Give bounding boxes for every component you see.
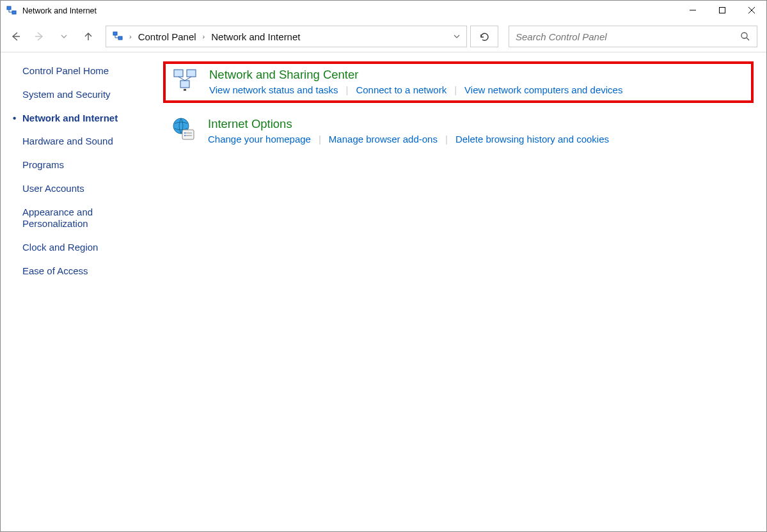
sidebar-item-network-internet[interactable]: Network and Internet (22, 113, 144, 125)
back-button[interactable] (10, 31, 21, 42)
main-area: Control Panel Home System and Security N… (1, 52, 766, 531)
maximize-button[interactable] (708, 1, 737, 20)
internet-options-icon (171, 117, 196, 143)
svg-rect-8 (113, 32, 117, 35)
svg-line-15 (178, 77, 185, 81)
network-sharing-icon (172, 68, 198, 93)
panel-links: Change your homepage | Manage browser ad… (208, 134, 609, 145)
separator: | (319, 134, 321, 145)
window-title: Network and Internet (22, 6, 97, 15)
network-icon (6, 5, 17, 17)
content-area: Network and Sharing Center View network … (155, 52, 766, 531)
search-input[interactable] (516, 31, 740, 42)
link-connect-network[interactable]: Connect to a network (356, 84, 447, 95)
refresh-button[interactable] (470, 26, 498, 47)
title-bar: Network and Internet (1, 1, 766, 21)
sidebar-item-system-security[interactable]: System and Security (22, 89, 144, 101)
svg-rect-3 (720, 8, 725, 13)
sidebar-item-hardware-sound[interactable]: Hardware and Sound (22, 136, 144, 148)
svg-point-22 (184, 132, 186, 134)
nav-buttons (10, 31, 94, 42)
address-dropdown-button[interactable] (451, 33, 463, 40)
address-bar[interactable]: › Control Panel › Network and Internet (106, 26, 467, 47)
link-view-network-computers[interactable]: View network computers and devices (464, 84, 622, 95)
sidebar-item-clock-region[interactable]: Clock and Region (22, 242, 144, 254)
panel-internet-options: Internet Options Change your homepage | … (163, 112, 754, 151)
link-delete-history[interactable]: Delete browsing history and cookies (455, 134, 609, 145)
svg-rect-0 (7, 6, 11, 10)
svg-line-16 (185, 77, 191, 81)
panel-links: View network status and tasks | Connect … (209, 84, 622, 95)
separator: | (445, 134, 448, 145)
svg-rect-1 (12, 11, 16, 14)
breadcrumb-level1[interactable]: Network and Internet (209, 31, 303, 42)
svg-point-23 (184, 135, 186, 136)
separator: | (346, 84, 349, 95)
sidebar: Control Panel Home System and Security N… (1, 52, 155, 531)
svg-rect-14 (180, 81, 189, 88)
search-box[interactable] (509, 26, 757, 47)
panel-title-internet-options[interactable]: Internet Options (208, 117, 609, 131)
panel-network-sharing: Network and Sharing Center View network … (163, 61, 754, 103)
toolbar: › Control Panel › Network and Internet (1, 21, 766, 52)
up-button[interactable] (83, 31, 94, 42)
breadcrumb-icon (111, 30, 124, 43)
svg-rect-13 (187, 70, 196, 77)
svg-rect-9 (118, 36, 122, 40)
link-view-network-status[interactable]: View network status and tasks (209, 84, 338, 95)
svg-line-11 (747, 38, 749, 40)
chevron-right-icon[interactable]: › (125, 33, 136, 40)
recent-dropdown-button[interactable] (58, 31, 70, 42)
sidebar-item-programs[interactable]: Programs (22, 159, 144, 171)
sidebar-item-appearance-personalization[interactable]: Appearance and Personalization (22, 207, 144, 231)
link-manage-addons[interactable]: Manage browser add-ons (329, 134, 438, 145)
sidebar-item-user-accounts[interactable]: User Accounts (22, 183, 144, 195)
sidebar-item-control-panel-home[interactable]: Control Panel Home (22, 65, 144, 77)
panel-text: Internet Options Change your homepage | … (208, 117, 609, 145)
breadcrumb-root[interactable]: Control Panel (136, 31, 199, 42)
search-icon[interactable] (740, 31, 750, 42)
chevron-right-icon[interactable]: › (199, 33, 209, 40)
svg-point-10 (741, 33, 747, 38)
separator: | (454, 84, 457, 95)
svg-rect-12 (174, 70, 183, 77)
panel-text: Network and Sharing Center View network … (209, 68, 622, 95)
link-change-homepage[interactable]: Change your homepage (208, 134, 311, 145)
panel-title-network-sharing[interactable]: Network and Sharing Center (209, 68, 622, 82)
forward-button[interactable] (34, 31, 45, 42)
svg-rect-19 (182, 130, 194, 139)
close-button[interactable] (737, 1, 766, 20)
window-controls (678, 1, 766, 20)
sidebar-item-ease-of-access[interactable]: Ease of Access (22, 265, 144, 278)
svg-rect-17 (184, 89, 186, 91)
minimize-button[interactable] (678, 1, 708, 20)
